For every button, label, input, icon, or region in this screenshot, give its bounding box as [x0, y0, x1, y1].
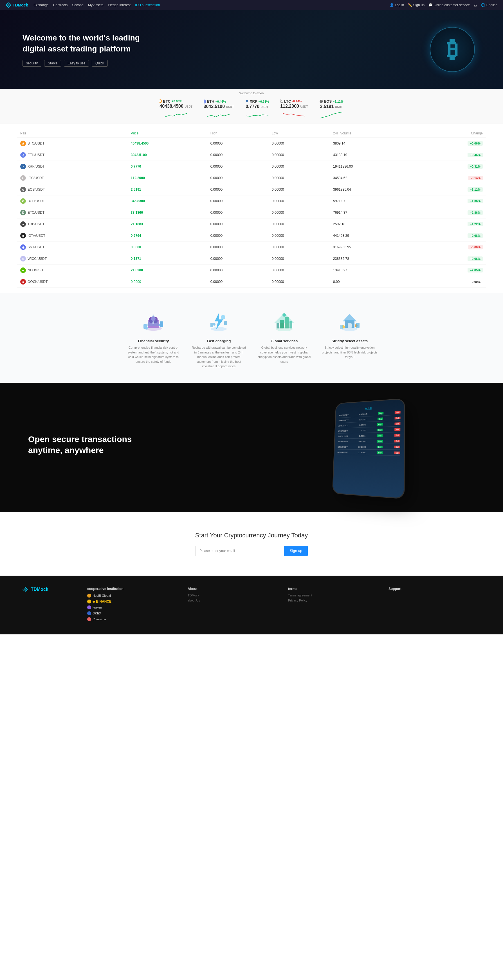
footer-link-terms[interactable]: Terms agreement: [288, 593, 380, 597]
footer-terms-heading: terms: [288, 587, 380, 591]
footer-partners-heading: cooperative institution: [87, 587, 179, 591]
cell-high: 0.00000: [207, 253, 268, 265]
col-volume: 24H Volume: [330, 129, 415, 138]
cell-high: 0.00000: [207, 172, 268, 184]
partner-kraken: kraken: [87, 605, 179, 609]
cell-change: -0.06%: [415, 242, 486, 253]
table-row[interactable]: Ł LTC/USDT 112.2000 0.00000 0.00000 3453…: [17, 172, 486, 184]
svg-rect-16: [210, 323, 213, 327]
partner-binance: ◆ BINANCE: [87, 600, 179, 603]
svg-marker-27: [343, 314, 357, 321]
cell-price: 345.8300: [127, 196, 207, 207]
coin-icon: Ł: [20, 175, 26, 181]
cell-high: 0.00000: [207, 230, 268, 242]
phone-row-5: EOS/USDT2.5191 Buy Sell: [338, 434, 400, 439]
partner-huobi: HuoBi Global: [87, 593, 179, 598]
cell-pair: Ƀ BCH/USDT: [17, 196, 127, 207]
col-price: Price: [127, 129, 207, 138]
table-row[interactable]: ■ OOCK/USDT 0.0000 0.00000 0.00000 0.00 …: [17, 276, 486, 288]
feature-strict: Strictly select assets Strictly select h…: [321, 307, 378, 369]
svg-rect-11: [160, 321, 163, 327]
table-row[interactable]: ◈ NEO/USDT 21.6300 0.00000 0.00000 13410…: [17, 265, 486, 276]
feature-desc-charging: Recharge withdrawal can be completed in …: [191, 345, 248, 369]
phone-row-3: XRP/USDT0.7770 Buy Sell: [338, 422, 401, 428]
feature-desc-security: Comprehensive financial risk control sys…: [125, 345, 182, 364]
ticker-btc[interactable]: ₿ BTC +0.06% 40438.4500 USDT: [159, 99, 192, 119]
nav-exchange[interactable]: Exchange: [33, 3, 48, 7]
footer-brand: TDMock: [22, 587, 79, 592]
ticker-eos[interactable]: ⊕ EOS +5.12% 2.5191 USDT: [319, 99, 344, 119]
cell-change: +0.06%: [415, 138, 486, 149]
app-section: Open secure transactions anytime, anywhe…: [0, 383, 503, 512]
cell-pair: ■ OOCK/USDT: [17, 276, 127, 288]
language-link[interactable]: 🌐 English: [481, 3, 497, 7]
customer-service-link[interactable]: 💬 Online customer service: [428, 3, 470, 7]
cell-low: 0.00000: [268, 242, 330, 253]
cell-low: 0.00000: [268, 230, 330, 242]
navbar: TDMock Exchange Contracts Second My Asse…: [0, 0, 503, 10]
cell-pair: Ε ETC/USDT: [17, 207, 127, 218]
nav-second[interactable]: Second: [72, 3, 84, 7]
footer: TDMock cooperative institution HuoBi Glo…: [0, 576, 503, 635]
cell-low: 0.00000: [268, 172, 330, 184]
nav-pledge[interactable]: Pledge Interest: [108, 3, 131, 7]
badge-quick: Quick: [92, 60, 108, 67]
footer-link-privacy[interactable]: Privacy Policy: [288, 599, 380, 602]
footer-support-heading: Support: [388, 587, 481, 591]
financial-security-icon: [139, 307, 167, 336]
table-row[interactable]: ◆ IOTA/USDT 0.6764 0.00000 0.00000 44145…: [17, 230, 486, 242]
footer-link-tdmock[interactable]: TDMock: [188, 593, 280, 597]
table-row[interactable]: ◎ WICC/USDT 0.1371 0.00000 0.00000 23838…: [17, 253, 486, 265]
signup-icon: ✏️: [408, 3, 412, 7]
print-link[interactable]: 🖨: [474, 3, 477, 7]
hero-section: Welcome to the world's leading digital a…: [0, 10, 503, 89]
partner-okex: OKEX: [87, 611, 179, 615]
cell-change: 0.00%: [415, 276, 486, 288]
cell-change: +2.86%: [415, 207, 486, 218]
ticker-xrp[interactable]: ✕ XRP +0.31% 0.7770 USDT: [245, 99, 269, 119]
ticker-items: ₿ BTC +0.06% 40438.4500 USDT ⟠ ETH +0.46…: [0, 97, 503, 123]
table-row[interactable]: ✕ XRP/USDT 0.7770 0.00000 0.00000 194113…: [17, 161, 486, 172]
cell-price: 40438.4500: [127, 138, 207, 149]
nav-ieo[interactable]: IEO subscription: [135, 3, 160, 7]
cta-signup-button[interactable]: Sign up: [284, 546, 308, 556]
table-row[interactable]: ◉ SNT/USDT 0.0680 0.00000 0.00000 316995…: [17, 242, 486, 253]
cell-low: 0.00000: [268, 161, 330, 172]
nav-contracts[interactable]: Contracts: [53, 3, 67, 7]
brand-icon: [6, 2, 11, 8]
cell-volume: 2592.18: [330, 218, 415, 230]
nav-myassets[interactable]: My Assets: [88, 3, 103, 7]
app-title: Open secure transactions anytime, anywhe…: [28, 434, 243, 455]
cell-pair: ⟠ ETH/USDT: [17, 149, 127, 161]
table-row[interactable]: Ε ETC/USDT 38.1860 0.00000 0.00000 76914…: [17, 207, 486, 218]
cell-change: +1.36%: [415, 196, 486, 207]
ticker-ltc[interactable]: Ł LTC -0.14% 112.2000 USDT: [280, 99, 308, 119]
cta-email-input[interactable]: [195, 546, 284, 556]
cell-low: 0.00000: [268, 138, 330, 149]
cell-pair: ● TRB/USDT: [17, 218, 127, 230]
table-row[interactable]: Ƀ BCH/USDT 345.8300 0.00000 0.00000 5971…: [17, 196, 486, 207]
table-row[interactable]: ₿ BTC/USDT 40438.4500 0.00000 0.00000 38…: [17, 138, 486, 149]
brand-logo[interactable]: TDMock: [6, 2, 28, 8]
coin-icon: ■: [20, 279, 26, 285]
cell-change: +0.68%: [415, 230, 486, 242]
globe-icon: 🌐: [481, 3, 485, 7]
table-row[interactable]: ⟠ ETH/USDT 3042.5100 0.00000 0.00000 431…: [17, 149, 486, 161]
footer-link-about[interactable]: about Us: [188, 599, 280, 602]
phone-screen: 交易所 BTC/USDT40438.45 Buy Sell ETH/USDT30…: [333, 399, 404, 498]
partner-coinrama: Coinrama: [87, 617, 179, 621]
feature-title-security: Financial security: [125, 339, 182, 343]
signup-link[interactable]: ✏️ Sign up: [408, 3, 425, 7]
svg-rect-10: [143, 324, 147, 329]
login-link[interactable]: 👤 Log in: [390, 3, 404, 7]
ticker-eth[interactable]: ⟠ ETH +0.46% 3042.5100 USDT: [204, 99, 234, 119]
cell-pair: ◆ IOTA/USDT: [17, 230, 127, 242]
cell-low: 0.00000: [268, 253, 330, 265]
cell-low: 0.00000: [268, 265, 330, 276]
cell-pair: ₿ BTC/USDT: [17, 138, 127, 149]
table-row[interactable]: ● TRB/USDT 21.1883 0.00000 0.00000 2592.…: [17, 218, 486, 230]
table-row[interactable]: ⊕ EOS/USDT 2.5191 0.00000 0.00000 396183…: [17, 184, 486, 196]
phone-row-8: NEO/USDT21.6300 Buy Sell: [337, 451, 400, 455]
feature-desc-global: Global business services network coverag…: [256, 345, 313, 364]
cell-price: 0.0000: [127, 276, 207, 288]
